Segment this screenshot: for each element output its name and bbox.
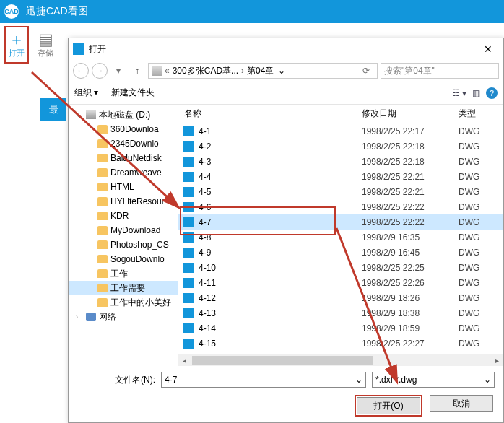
tree-item[interactable]: Dreamweave: [69, 165, 178, 180]
file-row[interactable]: 4-71998/2/25 22:22DWG: [178, 214, 503, 230]
file-type-filter[interactable]: *.dxf *.dwg ⌄: [372, 372, 495, 388]
tree-item-label: 2345Downlo: [110, 139, 159, 149]
file-rows[interactable]: 4-11998/2/25 22:17DWG4-21998/2/25 22:18D…: [178, 123, 503, 354]
file-name: 4-13: [199, 308, 362, 318]
file-date: 1998/2/25 22:21: [362, 172, 454, 182]
tree-item[interactable]: 2345Downlo: [69, 136, 178, 151]
file-row[interactable]: 4-121998/2/9 18:26DWG: [178, 290, 503, 305]
col-name[interactable]: 名称: [178, 108, 362, 120]
file-row[interactable]: 4-131998/2/9 18:38DWG: [178, 305, 503, 320]
tree-item[interactable]: KDR: [69, 209, 178, 223]
open-file-button[interactable]: 打开(O): [357, 397, 420, 414]
new-folder-button[interactable]: 新建文件夹: [111, 87, 155, 99]
close-button[interactable]: ✕: [477, 43, 499, 55]
file-row[interactable]: 4-41998/2/25 22:21DWG: [178, 169, 503, 184]
folder-icon: [97, 269, 108, 278]
expander-icon[interactable]: ⌄: [76, 111, 83, 118]
open-dialog: 打开 ✕ ← → ▾ ↑ « 300多张CAD基... › 第04章 ⌄ ⟳ 搜…: [68, 38, 504, 423]
file-row[interactable]: 4-101998/2/25 22:25DWG: [178, 260, 503, 275]
tree-item-label: Dreamweave: [110, 167, 162, 178]
file-row[interactable]: 4-141998/2/9 18:59DWG: [178, 320, 503, 336]
file-row[interactable]: 4-11998/2/25 22:17DWG: [178, 123, 503, 139]
forward-button[interactable]: →: [92, 63, 108, 79]
h-scrollbar[interactable]: ◂ ▸: [178, 354, 503, 366]
file-type: DWG: [454, 293, 479, 303]
folder-icon: [97, 226, 108, 235]
tree-item-label: SogouDownlo: [110, 254, 165, 264]
crumb-1[interactable]: 第04章: [247, 65, 274, 77]
save-button[interactable]: ▤ 存储: [33, 26, 58, 64]
crumb-0[interactable]: 300多张CAD基...: [173, 65, 238, 77]
file-date: 1998/2/9 16:35: [362, 232, 454, 243]
refresh-button[interactable]: ⟳: [358, 63, 374, 79]
file-type: DWG: [454, 217, 479, 227]
file-list-header[interactable]: 名称 修改日期 类型: [178, 105, 503, 123]
view-options-button[interactable]: ☷ ▾: [452, 88, 466, 98]
filename-value: 4-7: [165, 375, 177, 385]
file-row[interactable]: 4-151998/2/25 22:27DWG: [178, 336, 503, 351]
tree-item-label: HYLiteResour: [110, 196, 165, 206]
scroll-left-button[interactable]: ◂: [178, 354, 191, 366]
file-row[interactable]: 4-51998/2/25 22:21DWG: [178, 184, 503, 199]
recent-dropdown[interactable]: ▾: [110, 63, 126, 79]
file-row[interactable]: 4-61998/2/25 22:22DWG: [178, 199, 503, 214]
folder-icon: [97, 168, 108, 177]
back-button[interactable]: ←: [73, 63, 89, 79]
tree-item[interactable]: 360Downloa: [69, 122, 178, 136]
search-input[interactable]: 搜索"第04章": [381, 63, 499, 79]
expander-icon[interactable]: ›: [76, 313, 83, 320]
file-name: 4-5: [199, 187, 362, 197]
cad-file-icon: [183, 172, 194, 182]
file-row[interactable]: 4-21998/2/25 22:18DWG: [178, 139, 503, 154]
scroll-track[interactable]: [191, 354, 491, 366]
scroll-right-button[interactable]: ▸: [491, 354, 503, 366]
file-name: 4-9: [199, 248, 362, 258]
up-button[interactable]: ↑: [129, 63, 145, 79]
tree-item[interactable]: ›网络: [69, 310, 178, 324]
breadcrumb[interactable]: « 300多张CAD基... › 第04章 ⌄ ⟳: [148, 63, 378, 79]
cad-file-icon: [183, 202, 194, 212]
cancel-button[interactable]: 取消: [430, 395, 493, 412]
folder-tree[interactable]: ⌄本地磁盘 (D:)360Downloa2345DownloBaiduNetdi…: [69, 105, 178, 366]
crumb-dropdown[interactable]: ⌄: [277, 66, 287, 76]
filename-dropdown[interactable]: ⌄: [355, 375, 362, 385]
help-icon[interactable]: ?: [486, 87, 498, 99]
tree-item[interactable]: 工作中的小美好: [69, 295, 178, 310]
file-type: DWG: [454, 263, 479, 273]
file-date: 1998/2/25 22:21: [362, 187, 454, 197]
cad-file-icon: [183, 126, 194, 136]
tree-item[interactable]: HTML: [69, 180, 178, 194]
cad-file-icon: [183, 248, 194, 258]
folder-icon: [97, 284, 108, 292]
filename-input[interactable]: 4-7 ⌄: [161, 372, 366, 388]
file-row[interactable]: 4-81998/2/9 16:35DWG: [178, 230, 503, 245]
file-name: 4-3: [199, 157, 362, 167]
col-date[interactable]: 修改日期: [362, 108, 454, 120]
tree-item[interactable]: MyDownload: [69, 223, 178, 237]
file-row[interactable]: 4-31998/2/25 22:18DWG: [178, 154, 503, 169]
tree-item[interactable]: BaiduNetdisk: [69, 151, 178, 165]
tree-item[interactable]: ⌄本地磁盘 (D:): [69, 108, 178, 122]
filter-value: *.dxf *.dwg: [375, 375, 417, 385]
preview-pane-button[interactable]: ▥: [472, 88, 480, 98]
tree-item[interactable]: 工作需要: [69, 281, 178, 295]
tree-item-label: BaiduNetdisk: [110, 153, 162, 163]
left-tab[interactable]: 最: [40, 98, 66, 121]
file-date: 1998/2/9 18:59: [362, 323, 454, 333]
tree-item[interactable]: 工作: [69, 266, 178, 281]
file-row[interactable]: 4-111998/2/25 22:26DWG: [178, 275, 503, 290]
folder-icon: [97, 183, 108, 191]
tree-item[interactable]: SogouDownlo: [69, 252, 178, 266]
file-date: 1998/2/9 16:45: [362, 248, 454, 258]
filter-dropdown[interactable]: ⌄: [484, 375, 491, 385]
cad-file-icon: [183, 278, 194, 288]
scroll-thumb[interactable]: [192, 356, 373, 365]
tree-item-label: KDR: [110, 211, 129, 221]
file-row[interactable]: 4-91998/2/9 16:45DWG: [178, 245, 503, 260]
organize-dropdown[interactable]: 组织 ▾: [74, 87, 98, 99]
open-button[interactable]: ＋ 打开: [4, 26, 29, 64]
tree-item[interactable]: Photoshop_CS: [69, 237, 178, 252]
col-type[interactable]: 类型: [454, 108, 503, 120]
tree-item-label: MyDownload: [110, 225, 160, 235]
tree-item[interactable]: HYLiteResour: [69, 194, 178, 209]
